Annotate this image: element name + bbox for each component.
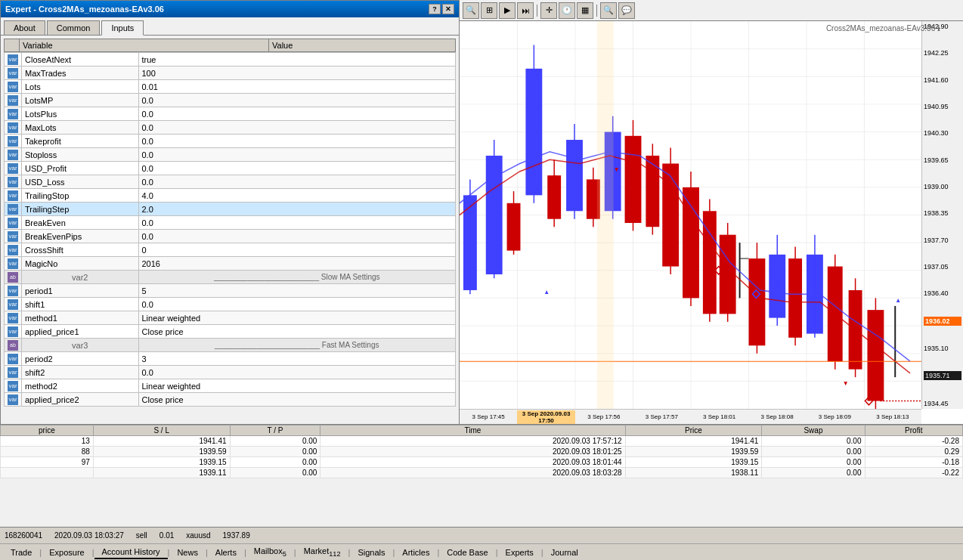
trade-cell-3-0 [1, 468, 94, 478]
row-value-22[interactable]: 3 [138, 352, 456, 366]
row-icon-0: var [5, 53, 22, 67]
row-value-2[interactable]: 0.01 [138, 80, 456, 94]
scroll-end-button[interactable]: ⏭ [517, 2, 534, 19]
bottom-table-area[interactable]: price S / L T / P Time Price Swap Profit… [0, 425, 963, 527]
row-value-13[interactable]: 0.0 [138, 230, 456, 243]
footer-tab-alerts[interactable]: Alerts [208, 546, 244, 558]
trade-cell-0-2: 0.00 [230, 436, 320, 447]
row-value-10[interactable]: 4.0 [138, 189, 456, 203]
row-value-18[interactable]: 0.0 [138, 298, 456, 311]
row-name-13: BreakEvenPips [22, 230, 139, 243]
row-icon-14: var [5, 243, 22, 257]
price-last: 1935.71 [924, 371, 961, 380]
tab-inputs[interactable]: Inputs [101, 20, 144, 36]
col-price-th: price [1, 425, 94, 436]
price-level-6: 1939.65 [924, 156, 961, 164]
row-name-6: Takeprofit [22, 135, 139, 148]
row-value-12[interactable]: 0.0 [138, 216, 456, 230]
help-button[interactable]: ? [429, 4, 441, 14]
footer-tab-trade[interactable]: Trade [3, 546, 39, 558]
row-value-19[interactable]: Linear weighted [138, 311, 456, 325]
chart-mode-button[interactable]: ⊞ [481, 2, 497, 19]
footer-tab-market[interactable]: Market112 [296, 545, 348, 559]
footer-tab-mailbox[interactable]: Mailbox5 [246, 545, 294, 559]
row-value-4[interactable]: 0.0 [138, 107, 456, 121]
crosshair-button[interactable]: ✛ [540, 2, 557, 19]
row-icon-19: var [5, 311, 22, 325]
close-button[interactable]: ✕ [442, 4, 454, 14]
trade-cell-2-4: 1939.15 [625, 457, 762, 468]
chart-info-icon[interactable]: ℹ [937, 24, 940, 32]
row-name-7: Stoploss [22, 148, 139, 162]
template-button[interactable]: ▦ [577, 2, 593, 19]
row-value-14[interactable]: 0 [138, 243, 456, 257]
row-value-25[interactable]: Close price [138, 393, 456, 407]
row-name-21: var3 [22, 339, 139, 352]
row-value-17[interactable]: 5 [138, 284, 456, 298]
trade-cell-1-0: 88 [1, 447, 94, 457]
tab-about[interactable]: About [4, 20, 45, 35]
comment-button[interactable]: 💬 [618, 2, 635, 19]
row-icon-17: var [5, 284, 22, 298]
row-name-4: LotsPlus [22, 107, 139, 121]
search-button[interactable]: 🔍 [600, 2, 617, 19]
row-name-19: method1 [22, 311, 139, 325]
row-name-0: CloseAtNext [22, 53, 139, 67]
row-value-11[interactable]: 2.0 [138, 203, 456, 216]
row-value-5[interactable]: 0.0 [138, 121, 456, 135]
dialog-controls: ? ✕ [429, 4, 454, 14]
row-name-9: USD_Loss [22, 175, 139, 189]
price-level-8: 1938.35 [924, 209, 961, 217]
row-name-3: LotsMP [22, 94, 139, 107]
trade-cell-3-2: 0.00 [230, 468, 320, 478]
time-label-5: 3 Sep 18:01 [691, 413, 748, 420]
row-value-15[interactable]: 2016 [138, 257, 456, 271]
table-scroll[interactable]: varCloseAtNexttruevarMaxTrades100varLots… [4, 52, 456, 424]
status-symbol: xauusd [186, 531, 210, 540]
footer-tab-news[interactable]: News [169, 546, 206, 558]
row-icon-3: var [5, 94, 22, 107]
auto-scroll-button[interactable]: ▶ [499, 2, 516, 19]
row-value-0[interactable]: true [138, 53, 456, 67]
row-icon-24: var [5, 379, 22, 393]
footer-tab-journal[interactable]: Journal [543, 546, 586, 558]
row-value-6[interactable]: 0.0 [138, 135, 456, 148]
row-icon-10: var [5, 189, 22, 203]
zoom-out-button[interactable]: 🔍 [463, 2, 479, 19]
row-value-21: _________________________ Fast MA Settin… [138, 339, 456, 352]
row-icon-20: var [5, 325, 22, 339]
price-level-4: 1940.95 [924, 103, 961, 110]
row-value-3[interactable]: 0.0 [138, 94, 456, 107]
footer-tab-exposure[interactable]: Exposure [42, 546, 91, 558]
trade-cell-3-1: 1939.11 [93, 468, 230, 478]
row-icon-22: var [5, 352, 22, 366]
row-icon-16: ab [5, 271, 22, 284]
footer-tab-articles[interactable]: Articles [395, 546, 437, 558]
price-axis: 1942.90 1942.25 1941.60 1940.95 1940.30 … [921, 21, 963, 409]
trades-table: price S / L T / P Time Price Swap Profit… [0, 425, 963, 478]
row-value-8[interactable]: 0.0 [138, 162, 456, 175]
row-value-7[interactable]: 0.0 [138, 148, 456, 162]
status-price: 1937.89 [223, 531, 250, 540]
tab-common[interactable]: Common [47, 20, 101, 35]
trade-cell-2-5: 0.00 [762, 457, 865, 468]
footer-tab-signals[interactable]: Signals [350, 546, 392, 558]
trade-cell-0-1: 1941.41 [93, 436, 230, 447]
row-value-23[interactable]: 0.0 [138, 366, 456, 379]
chart-svg-area: ▼ ▼ ▼ ▼ ▲ ▲ [460, 21, 921, 409]
row-icon-23: var [5, 366, 22, 379]
row-icon-5: var [5, 121, 22, 135]
clock-button[interactable]: 🕐 [559, 2, 575, 19]
row-name-1: MaxTrades [22, 67, 139, 80]
svg-text:▼: ▼ [646, 154, 652, 161]
footer-tab-experts[interactable]: Experts [498, 546, 541, 558]
row-value-20[interactable]: Close price [138, 325, 456, 339]
price-level-13: 1934.45 [924, 400, 961, 407]
row-value-16: _________________________ Slow MA Settin… [138, 271, 456, 284]
row-value-1[interactable]: 100 [138, 67, 456, 80]
footer-tab-codebase[interactable]: Code Base [439, 546, 495, 558]
row-value-24[interactable]: Linear weighted [138, 379, 456, 393]
row-icon-6: var [5, 135, 22, 148]
footer-tab-account-history[interactable]: Account History [94, 546, 168, 559]
row-value-9[interactable]: 0.0 [138, 175, 456, 189]
